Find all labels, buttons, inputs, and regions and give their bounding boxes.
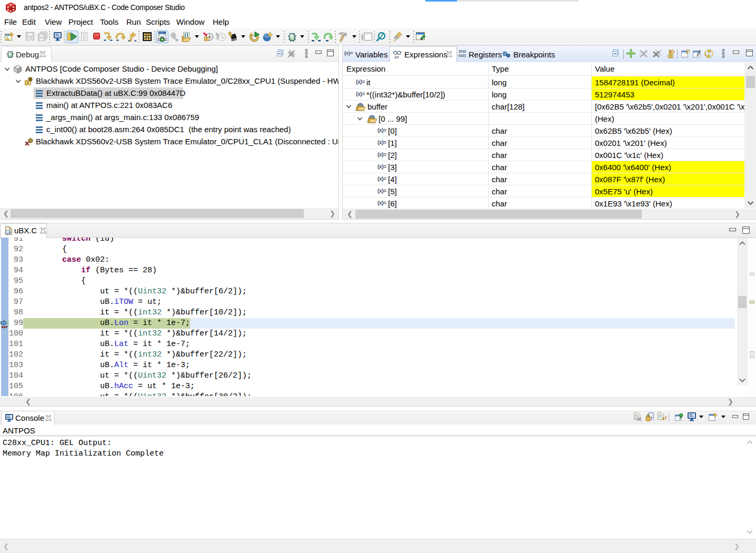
svg-text:.c: .c: [6, 230, 11, 234]
svg-text:x=: x=: [395, 55, 400, 59]
